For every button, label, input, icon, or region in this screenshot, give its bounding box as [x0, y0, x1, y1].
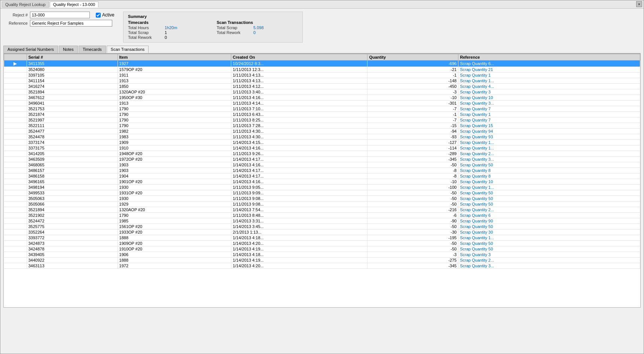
cell-qty: -21	[367, 67, 458, 73]
table-row[interactable]: 3521894 1320AOP #20 1/14/2013 7:54... -2…	[4, 207, 640, 213]
table-row[interactable]: 3496041 1913 1/11/2013 4:14... -301 Scra…	[4, 101, 640, 106]
cell-serial: 3486157	[27, 168, 117, 173]
cell-ref: Scrap Quantity 2...	[458, 207, 640, 213]
row-arrow-cell	[4, 168, 27, 173]
table-row[interactable]: 3373174 1909 1/14/2013 4:15... -127 Scra…	[4, 140, 640, 145]
reject-input[interactable]	[30, 12, 90, 18]
col-header-qty: Quantity	[367, 54, 458, 61]
tab-scan-transactions[interactable]: Scan Transactions	[107, 46, 149, 53]
cell-ref: Scrap Quantity 3...	[458, 101, 640, 106]
table-row[interactable]: 3439405 1906 1/14/2013 4:18... -3 Scrap …	[4, 252, 640, 258]
cell-qty: -114	[367, 145, 458, 151]
cell-qty: -50	[367, 196, 458, 201]
cell-ref: Scrap Quantity 3...	[458, 263, 640, 269]
cell-ref: Scrap Quantity 50	[458, 201, 640, 207]
table-row[interactable]: 3521753 1790 1/11/2013 7:10... -7 Scrap …	[4, 106, 640, 112]
row-arrow-cell	[4, 134, 27, 140]
table-row[interactable]: 3522111 1790 1/11/2013 7:28... -15 Scrap…	[4, 123, 640, 129]
table-row[interactable]: 3486157 1903 1/14/2013 4:17... -8 Scrap …	[4, 168, 640, 173]
cell-item: 1790	[117, 123, 231, 129]
table-row[interactable]: 3498194 1930 1/11/2013 9:05... -100 Scra…	[4, 185, 640, 190]
table-row[interactable]: 3524477 1982 1/11/2013 4:30... -94 Scrap…	[4, 129, 640, 134]
table-row[interactable]: 3505066 1929 1/11/2013 9:08... -50 Scrap…	[4, 201, 640, 207]
table-row[interactable]: 3463509 1972OP #20 1/14/2013 4:17... -34…	[4, 157, 640, 162]
cell-item: 1561OP #20	[117, 224, 231, 230]
table-row[interactable]: 3411154 1913 1/11/2013 4:13... -148 Scra…	[4, 78, 640, 84]
table-row[interactable]: 3463113 1972 1/14/2013 4:20... -345 Scra…	[4, 263, 640, 269]
reject-row: Reject # Active	[3, 12, 116, 18]
tab-notes[interactable]: Notes	[59, 46, 78, 53]
table-row[interactable]: 3521874 1790 1/11/2013 6:43... -1 Scrap …	[4, 112, 640, 117]
content-area: Reject # Active Reference Summary	[0, 9, 644, 311]
table-row[interactable]: 3424878 1910OP #20 1/14/2013 4:19... -50…	[4, 246, 640, 252]
table-row[interactable]: 3373175 1910 1/14/2013 4:16... -114 Scra…	[4, 145, 640, 151]
table-row[interactable]: 3467612 1950OP #30 1/11/2013 4:16... -10…	[4, 95, 640, 101]
table-row[interactable]: 3524080 1579OP #20 1/11/2013 12:3... -21…	[4, 67, 640, 73]
cell-ref: Scrap Quantity 6	[458, 213, 640, 218]
total-rework-value: 0	[165, 35, 167, 40]
table-row[interactable]: 3499533 1931OP #20 1/11/2013 9:09... -50…	[4, 190, 640, 196]
tab-quality-reject-13000[interactable]: Quality Reject - 13-000	[50, 1, 99, 7]
summary-title: Summary	[128, 14, 298, 19]
table-row[interactable]: 3505063 1930 1/11/2013 9:08... -50 Scrap…	[4, 196, 640, 201]
cell-item: 1909	[117, 140, 231, 145]
active-checkbox[interactable]	[96, 13, 101, 18]
table-row[interactable]: 3524472 1985 1/14/2013 3:31... -90 Scrap…	[4, 218, 640, 224]
table-row[interactable]: 3496165 1901OP #20 1/14/2013 4:16... -10…	[4, 179, 640, 185]
cell-created: 1/14/2013 4:18...	[231, 235, 367, 241]
cell-ref: Scrap Quantity 1...	[458, 140, 640, 145]
table-row[interactable]: 3525775 1561OP #20 1/14/2013 3:45... -50…	[4, 224, 640, 230]
tabs-bar: Assigned Serial Numbers Notes Timecards …	[3, 46, 641, 53]
table-row[interactable]: 3414205 1948OP #20 1/11/2013 9:26... -28…	[4, 151, 640, 157]
cell-qty: -93	[367, 134, 458, 140]
cell-serial: 3467612	[27, 95, 117, 101]
table-row[interactable]: 3424873 1909OP #20 1/14/2013 4:20... -50…	[4, 241, 640, 246]
cell-serial: 3352264	[27, 230, 117, 235]
cell-item: 1790	[117, 106, 231, 112]
total-scrap-value: 1	[165, 30, 167, 35]
cell-item: 1903	[117, 162, 231, 168]
table-row[interactable]: 3521894 1320AOP #20 1/11/2013 3:40... -3…	[4, 89, 640, 95]
cell-item: 1929	[117, 201, 231, 207]
cell-item: 1909OP #20	[117, 241, 231, 246]
close-button[interactable]: ×	[636, 1, 642, 7]
cell-serial: 3486158	[27, 173, 117, 179]
cell-serial: 3440922	[27, 258, 117, 263]
tab-timecards[interactable]: Timecards	[79, 46, 106, 53]
table-row[interactable]: 3486158 1904 1/14/2013 4:17... -8 Scrap …	[4, 173, 640, 179]
table-row[interactable]: 3468065 1903 1/14/2013 4:16... -50 Scrap…	[4, 162, 640, 168]
table-row[interactable]: 3352264 1933OP #20 2/1/2013 1:13... -30 …	[4, 230, 640, 235]
summary-section: Summary Timecards Total Hours 1h20m Tota…	[123, 12, 303, 43]
tab-quality-reject-lookup[interactable]: Quality Reject Lookup	[2, 1, 49, 7]
reject-label: Reject #	[3, 13, 28, 17]
cell-created: 1/11/2013 9:08...	[231, 201, 367, 207]
table-row[interactable]: 3397105 1911 1/11/2013 4:13... -1 Scrap …	[4, 73, 640, 78]
row-arrow-cell	[4, 185, 27, 190]
tab-assigned-serial-numbers[interactable]: Assigned Serial Numbers	[3, 46, 58, 53]
table-row[interactable]: 3440922 1888 1/14/2013 4:19... -275 Scra…	[4, 258, 640, 263]
cell-item: 1931OP #20	[117, 190, 231, 196]
table-row[interactable]: 3416274 1850 1/11/2013 4:12... -450 Scra…	[4, 84, 640, 89]
cell-created: 1/11/2013 4:12...	[231, 84, 367, 89]
cell-ref: Scrap Quantity 30	[458, 230, 640, 235]
table-row[interactable]: 3524478 1983 1/11/2013 4:30... -93 Scrap…	[4, 134, 640, 140]
cell-qty: -50	[367, 224, 458, 230]
cell-item: 1930	[117, 185, 231, 190]
cell-serial: 3424878	[27, 246, 117, 252]
row-arrow-cell	[4, 140, 27, 145]
row-arrow-cell	[4, 106, 27, 112]
cell-serial: 3496165	[27, 179, 117, 185]
table-row[interactable]: 3521902 1790 1/11/2013 8:48... -6 Scrap …	[4, 213, 640, 218]
row-arrow-cell	[4, 230, 27, 235]
col-header-serial-num: Serial #	[27, 54, 117, 61]
scan-total-rework-label: Total Rework	[217, 30, 250, 35]
cell-qty: -6	[367, 213, 458, 218]
reference-input[interactable]	[30, 20, 112, 27]
table-row[interactable]: 3521997 1790 1/11/2013 8:25... -7 Scrap …	[4, 117, 640, 123]
cell-qty: -30	[367, 230, 458, 235]
cell-created: 1/11/2013 3:40...	[231, 89, 367, 95]
table-row[interactable]: ▶ 3411355 1927 10/24/2012 8:3... -696 Sc…	[4, 61, 640, 67]
table-row[interactable]: 3393772 1888 1/14/2013 4:18... -195 Scra…	[4, 235, 640, 241]
cell-item: 1790	[117, 112, 231, 117]
cell-created: 1/14/2013 4:17...	[231, 168, 367, 173]
